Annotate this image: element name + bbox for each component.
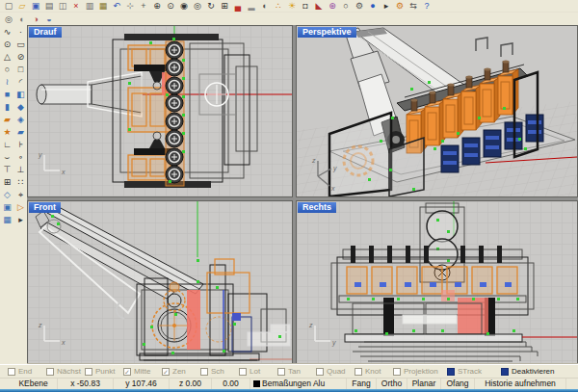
- extend-icon[interactable]: ⊤: [1, 164, 13, 175]
- viewport-perspective-title[interactable]: Perspektive: [298, 27, 356, 38]
- viewport-front-canvas[interactable]: z x: [28, 201, 292, 363]
- viewport-layout-icon[interactable]: ⊞: [218, 0, 231, 12]
- sphere-icon[interactable]: ◆: [14, 101, 27, 113]
- viewport-front-title[interactable]: Front: [29, 202, 61, 213]
- shade-icon[interactable]: ▂: [245, 0, 258, 12]
- render-icon[interactable]: ◐: [258, 0, 272, 12]
- mesh-icon[interactable]: ▦: [1, 214, 13, 225]
- project-icon[interactable]: ⊥: [14, 164, 27, 175]
- pointer-icon[interactable]: ▸: [380, 0, 393, 12]
- pane-ofang[interactable]: Ofang: [441, 379, 475, 389]
- osnap-checkbox[interactable]: [316, 368, 324, 376]
- viewport-right-canvas[interactable]: z y: [297, 201, 577, 363]
- osnap-punkt[interactable]: Punkt: [85, 367, 123, 376]
- lock-icon[interactable]: ◘: [299, 0, 312, 12]
- osnap-quad[interactable]: Quad: [316, 367, 355, 376]
- osnap-deaktivieren[interactable]: Deaktivieren: [501, 367, 572, 376]
- copy-icon[interactable]: ▥: [83, 0, 96, 12]
- trim-icon[interactable]: ⊦: [14, 139, 27, 150]
- light-icon[interactable]: ☀: [285, 0, 299, 12]
- save-icon[interactable]: ▣: [29, 0, 42, 12]
- select-icon[interactable]: ▸: [14, 214, 27, 225]
- rotate-view-icon[interactable]: ↻: [204, 0, 218, 12]
- target-icon[interactable]: ⌖: [14, 189, 27, 200]
- wireframe-view-icon[interactable]: ◎: [2, 13, 15, 25]
- vehicle-icon[interactable]: ▄: [231, 0, 245, 12]
- osnap-nächst[interactable]: Nächst: [46, 367, 85, 376]
- settings-icon[interactable]: ⚙: [353, 0, 366, 12]
- ghosted-view-icon[interactable]: ◒: [42, 13, 56, 25]
- osnap-sch[interactable]: Sch: [200, 367, 239, 376]
- circle-tool-icon[interactable]: ○: [339, 0, 353, 12]
- ellipse-icon[interactable]: ○: [1, 64, 13, 75]
- box-icon[interactable]: ■: [1, 89, 13, 100]
- osnap-mitte[interactable]: ✓Mitte: [123, 367, 162, 376]
- link-icon[interactable]: ⇆: [407, 0, 420, 12]
- open-folder-icon[interactable]: ▱: [15, 0, 29, 12]
- move-icon[interactable]: +: [137, 0, 150, 12]
- osnap-projektion[interactable]: Projektion: [393, 367, 447, 376]
- cylinder-icon[interactable]: ▮: [1, 101, 13, 113]
- osnap-checkbox[interactable]: [277, 368, 285, 376]
- zoom-in-icon[interactable]: ⊕: [150, 0, 164, 12]
- fillet-icon[interactable]: ★: [1, 126, 13, 138]
- copy-view-icon[interactable]: ◫: [56, 0, 69, 12]
- array-icon[interactable]: ⊞: [1, 176, 13, 188]
- osnap-checkbox[interactable]: [46, 368, 54, 376]
- viewport-top-canvas[interactable]: y x: [28, 26, 292, 196]
- osnap-checkbox[interactable]: [239, 368, 247, 376]
- viewport-top[interactable]: Drauf: [27, 25, 293, 197]
- pane-ortho[interactable]: Ortho: [377, 379, 407, 389]
- delete-icon[interactable]: ×: [69, 0, 83, 12]
- osnap-zen[interactable]: ✓Zen: [162, 367, 200, 376]
- orient-icon[interactable]: ◇: [1, 189, 13, 200]
- rectangle-icon[interactable]: □: [14, 64, 27, 75]
- group-icon[interactable]: ▣: [1, 201, 13, 213]
- edit-points-icon[interactable]: ∴: [272, 0, 285, 12]
- pane-planar[interactable]: Planar: [407, 379, 441, 389]
- osnap-checkbox[interactable]: [393, 368, 401, 376]
- arc-blend-icon[interactable]: ⌣: [1, 151, 13, 163]
- rendered-view-icon[interactable]: ◑: [29, 13, 42, 25]
- osnap-strack[interactable]: STrack: [447, 367, 501, 376]
- osnap-end[interactable]: End: [8, 367, 46, 376]
- osnap-knot[interactable]: Knot: [355, 367, 393, 376]
- layer-pane[interactable]: Bemaßungen Alu: [250, 379, 347, 389]
- viewport-front[interactable]: Front: [27, 200, 293, 364]
- offset-icon[interactable]: ∘: [14, 151, 27, 163]
- osnap-checkbox[interactable]: [501, 368, 509, 376]
- pane-fang[interactable]: Fang: [347, 379, 377, 389]
- circle-2pt-icon[interactable]: ⊘: [14, 51, 27, 63]
- polygon-icon[interactable]: △: [1, 51, 13, 63]
- pane-history[interactable]: Historie aufnehmen: [475, 379, 566, 389]
- osnap-checkbox[interactable]: ✓: [123, 368, 131, 376]
- paste-icon[interactable]: ▦: [96, 0, 110, 12]
- osnap-checkbox[interactable]: [8, 368, 15, 376]
- osnap-checkbox[interactable]: ✓: [162, 368, 170, 376]
- curve-icon[interactable]: ≀: [1, 76, 13, 88]
- surface-icon[interactable]: ◧: [14, 89, 27, 100]
- print-icon[interactable]: ▤: [42, 0, 56, 12]
- explode-icon[interactable]: ▷: [14, 201, 27, 213]
- help-icon[interactable]: ?: [420, 0, 434, 12]
- osnap-checkbox[interactable]: [447, 368, 455, 376]
- osnap-checkbox[interactable]: [355, 368, 362, 376]
- osnap-lot[interactable]: Lot: [239, 367, 277, 376]
- globe-icon[interactable]: ●: [366, 0, 380, 12]
- zoom-dynamic-icon[interactable]: ⊙: [164, 0, 177, 12]
- gear-orange-icon[interactable]: ⚙: [393, 0, 407, 12]
- solid-icon[interactable]: ▰: [1, 114, 13, 125]
- osnap-tan[interactable]: Tan: [277, 367, 316, 376]
- viewport-right-title[interactable]: Rechts: [298, 202, 336, 213]
- undo-icon[interactable]: ↶: [110, 0, 123, 12]
- chamfer-icon[interactable]: ∟: [1, 139, 13, 150]
- blend-icon[interactable]: ▰: [14, 126, 27, 138]
- color-wheel-icon[interactable]: ⊛: [326, 0, 339, 12]
- cplane-button[interactable]: KEbene: [10, 379, 58, 389]
- arc-icon[interactable]: ◜: [14, 76, 27, 88]
- viewport-perspective[interactable]: Perspektive: [296, 25, 578, 197]
- pan-icon[interactable]: ⊹: [123, 0, 137, 12]
- control-points-icon[interactable]: ▭: [14, 39, 27, 50]
- viewport-top-title[interactable]: Drauf: [29, 27, 62, 38]
- circle-center-icon[interactable]: ⊙: [1, 39, 13, 50]
